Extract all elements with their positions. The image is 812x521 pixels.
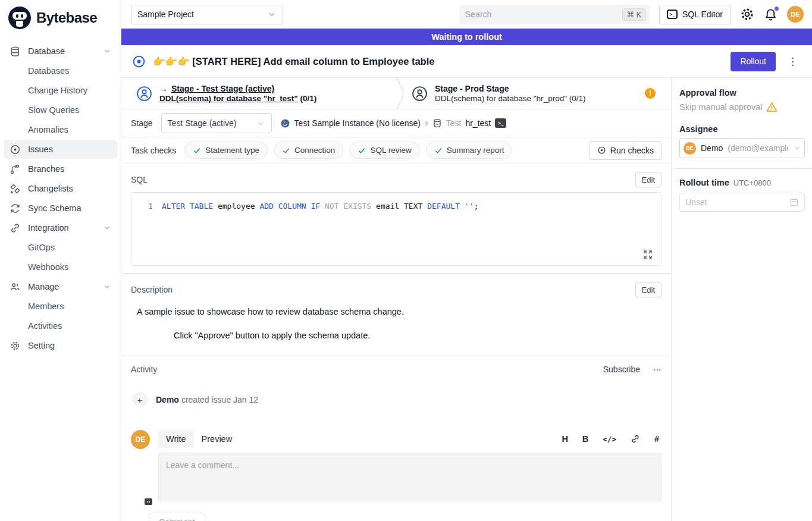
sql-code-block[interactable]: 1ALTER TABLE employee ADD COLUMN IF NOT … <box>131 192 661 266</box>
comment-bubble-icon <box>145 498 152 505</box>
run-checks-button[interactable]: Run checks <box>590 141 661 160</box>
search-input[interactable] <box>465 10 622 19</box>
activity-section: Activity Subscribe ⋯ + Democreated issue… <box>121 356 671 521</box>
assignee-title: Assignee <box>679 124 805 134</box>
pencil-ruler-icon <box>10 183 21 194</box>
comment-input[interactable] <box>158 453 661 501</box>
chevron-down-icon <box>103 47 111 55</box>
kebab-menu-icon[interactable]: ⋮ <box>783 55 802 67</box>
issue-status-icon <box>132 55 146 68</box>
sidebar-item-issues[interactable]: Issues <box>4 140 117 159</box>
user-avatar[interactable]: DE <box>787 6 804 23</box>
check-pill-summary-report[interactable]: Summary report <box>426 142 513 159</box>
environment-tag: Test <box>446 118 462 128</box>
assignee-select[interactable]: DE Demo (demo@example <box>679 138 805 158</box>
comment-avatar: DE <box>131 430 150 503</box>
open-in-sql-editor-icon[interactable]: >_ <box>495 118 506 128</box>
issue-sidebar: Approval flow Skip manual approval Assig… <box>671 78 812 521</box>
breadcrumb-separator: › <box>425 117 428 129</box>
stage-task-link[interactable]: DDL(schema) for database "hr_test" <box>159 94 298 103</box>
sidebar-item-changelists[interactable]: Changelists <box>4 179 117 198</box>
sidebar-item-label: Database <box>28 46 65 56</box>
sidebar-item-gitops[interactable]: GitOps <box>4 238 117 257</box>
rollout-button[interactable]: Rollout <box>731 52 776 71</box>
bold-button[interactable]: B <box>582 434 588 444</box>
run-icon <box>597 146 606 155</box>
issue-header: 👉👉👉 [START HERE] Add email column to Emp… <box>121 45 812 78</box>
sidebar-item-database[interactable]: Database <box>4 42 117 61</box>
activity-event: + Democreated issue Jan 12 <box>121 379 671 413</box>
bytebase-logo[interactable]: Bytebase <box>0 0 121 37</box>
gear-icon <box>740 7 754 21</box>
sql-edit-button[interactable]: Edit <box>635 172 661 187</box>
sidebar-item-activities[interactable]: Activities <box>4 316 117 335</box>
stage-name[interactable]: Stage - Test Stage (active) <box>171 84 274 93</box>
check-icon <box>193 146 201 155</box>
pipeline-stages: → Stage - Test Stage (active) DDL(schema… <box>121 78 671 109</box>
tab-preview[interactable]: Preview <box>194 430 240 448</box>
terminal-icon: >_ <box>667 10 678 19</box>
brand-name: Bytebase <box>36 10 97 26</box>
check-pill-statement-type[interactable]: Statement type <box>184 142 268 159</box>
database-name[interactable]: hr_test <box>465 118 491 128</box>
sidebar-item-members[interactable]: Members <box>4 297 117 316</box>
stage-divider <box>396 78 405 109</box>
link-button[interactable] <box>631 434 640 444</box>
sidebar-item-anomalies[interactable]: Anomalies <box>4 120 117 139</box>
stage-card-prod[interactable]: Stage - Prod Stage DDL(schema) for datab… <box>405 78 671 109</box>
top-bar: Sample Project ⌘ K >_ SQL Editor DE <box>121 0 812 29</box>
status-banner: Waiting to rollout <box>121 29 812 45</box>
stage-task[interactable]: DDL(schema) for database "hr_prod" <box>435 94 567 103</box>
database-breadcrumb: Test Sample Instance (No license) › Test… <box>280 117 507 129</box>
stage-task-count: (0/1) <box>300 94 316 103</box>
bytebase-logo-icon <box>8 7 31 29</box>
check-pill-connection[interactable]: Connection <box>274 142 343 159</box>
expand-fullscreen-icon[interactable] <box>643 250 653 259</box>
assignee-email: (demo@example <box>728 143 788 153</box>
database-icon <box>10 46 21 57</box>
more-options-icon[interactable]: ⋯ <box>653 365 661 374</box>
check-icon <box>282 146 290 155</box>
description-edit-button[interactable]: Edit <box>635 282 661 297</box>
settings-gear-button[interactable] <box>740 7 754 21</box>
description-body: A sample issue to showcase how to review… <box>121 302 671 352</box>
sql-editor-button[interactable]: >_ SQL Editor <box>659 5 731 24</box>
database-icon <box>432 118 442 128</box>
sidebar-item-branches[interactable]: Branches <box>4 159 117 178</box>
sidebar-item-sync-schema[interactable]: Sync Schema <box>4 199 117 218</box>
tab-write[interactable]: Write <box>158 430 194 448</box>
stage-name[interactable]: Stage - Prod Stage <box>435 84 509 93</box>
link-icon <box>10 222 21 234</box>
branch-icon <box>10 164 21 175</box>
chevron-down-icon <box>103 224 111 232</box>
heading-button[interactable]: H <box>562 434 568 444</box>
issue-detail-panel: → Stage - Test Stage (active) DDL(schema… <box>121 78 671 521</box>
stage-card-test[interactable]: → Stage - Test Stage (active) DDL(schema… <box>121 78 396 109</box>
sidebar-nav: Database Databases Change History Slow Q… <box>0 37 121 355</box>
approval-flow-title: Approval flow <box>679 88 805 98</box>
sidebar-item-manage[interactable]: Manage <box>4 277 117 296</box>
sidebar-item-change-history[interactable]: Change History <box>4 81 117 100</box>
sidebar-item-webhooks[interactable]: Webhooks <box>4 258 117 277</box>
line-number: 1 <box>131 200 153 212</box>
project-selector[interactable]: Sample Project <box>131 5 283 24</box>
sidebar-item-setting[interactable]: Setting <box>4 336 117 355</box>
subscribe-button[interactable]: Subscribe <box>603 365 640 374</box>
hash-button[interactable]: # <box>654 434 659 444</box>
issue-icon <box>10 144 21 155</box>
sidebar-item-integration[interactable]: Integration <box>4 218 117 237</box>
project-selector-value: Sample Project <box>137 10 267 19</box>
activity-event-text: Democreated issue Jan 12 <box>156 395 258 404</box>
instance-name[interactable]: Test Sample Instance (No license) <box>294 118 421 128</box>
chevron-down-icon <box>267 10 277 19</box>
stage-select[interactable]: Test Stage (active) <box>161 113 272 133</box>
chevron-down-icon <box>256 119 265 128</box>
comment-submit-button[interactable]: Comment <box>149 513 205 521</box>
sidebar-item-databases[interactable]: Databases <box>4 61 117 80</box>
rollout-time-input[interactable]: Unset <box>679 193 805 212</box>
sidebar-item-slow-queries[interactable]: Slow Queries <box>4 101 117 120</box>
notifications-bell-button[interactable] <box>764 8 777 21</box>
code-button[interactable]: </> <box>603 435 616 444</box>
search-box[interactable]: ⌘ K <box>459 5 650 24</box>
check-pill-sql-review[interactable]: SQL review <box>349 142 419 159</box>
